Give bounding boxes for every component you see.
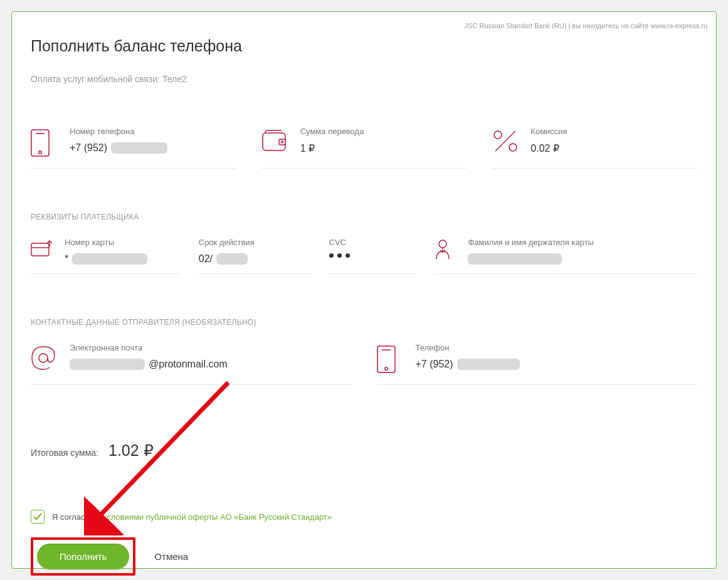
check-icon (33, 513, 42, 520)
contact-section-title: КОНТАКТНЫЕ ДАННЫЕ ОТПРАВИТЕЛЯ (НЕОБЯЗАТЕ… (31, 318, 697, 327)
svg-point-13 (39, 354, 48, 362)
email-redacted (70, 359, 145, 370)
total-row: Итоговая сумма: 1.02 ₽ (31, 441, 697, 460)
fee-value: 0.02 ₽ (530, 142, 697, 154)
phone-label: Номер телефона (70, 127, 236, 136)
email-label: Электронная почта (70, 343, 352, 352)
card-holder-field: Фамилия и имя держателя карты (434, 238, 697, 274)
email-value[interactable]: @protonmail.com (70, 359, 352, 370)
page-title: Пополнить баланс телефона (31, 37, 697, 55)
svg-point-2 (39, 151, 41, 154)
contact-phone-label: Телефон (416, 343, 698, 352)
contact-phone-value[interactable]: +7 (952) (416, 359, 698, 370)
phone-icon (31, 127, 58, 157)
percent-icon (492, 127, 519, 153)
cancel-button[interactable]: Отмена (154, 551, 188, 562)
phone-field: Номер телефона +7 (952) (31, 127, 236, 169)
fee-field: Комиссия 0.02 ₽ (492, 127, 697, 169)
svg-rect-9 (31, 243, 49, 256)
consent-link[interactable]: условиями публичной оферты АО «Банк Русс… (103, 512, 332, 522)
submit-highlight: Пополнить (31, 537, 135, 576)
svg-point-16 (384, 367, 387, 370)
card-expiry-label: Срок действия (199, 238, 312, 247)
amount-label: Сумма перевода (300, 127, 467, 136)
phone-redacted (111, 142, 167, 154)
holder-redacted (468, 253, 562, 265)
payer-row: Номер карты * Срок действия 02/ CVC (31, 238, 697, 274)
transfer-summary-row: Номер телефона +7 (952) Сумма перевода 1… (31, 127, 697, 169)
contact-phone-field: Телефон +7 (952) (377, 343, 698, 385)
email-suffix: @protonmail.com (149, 359, 228, 370)
phone-value[interactable]: +7 (952) (70, 142, 236, 154)
actions-row: Пополнить Отмена (31, 537, 697, 576)
card-number-label: Номер карты (65, 238, 147, 247)
card-redacted (72, 253, 147, 265)
svg-point-7 (509, 144, 517, 151)
wallet-icon (261, 127, 289, 152)
card-expiry-value[interactable]: 02/ (199, 253, 312, 265)
phone-prefix: +7 (952) (70, 142, 107, 154)
site-note: JSC Russian Standart Bank (RU) | вы нахо… (465, 22, 707, 29)
card-holder-label: Фамилия и имя держателя карты (468, 238, 594, 247)
consent-prefix: Я согласен с (52, 512, 103, 522)
svg-point-11 (439, 240, 446, 248)
card-cvc-label: CVC (329, 238, 417, 247)
fee-label: Комиссия (530, 127, 697, 136)
card-icon (31, 238, 55, 265)
svg-rect-4 (279, 139, 285, 145)
total-value: 1.02 ₽ (108, 441, 154, 460)
cvc-dots (329, 253, 350, 258)
expiry-prefix: 02/ (199, 253, 213, 265)
person-icon (434, 238, 458, 265)
consent-row: Я согласен с условиями публичной оферты … (31, 510, 697, 524)
total-label: Итоговая сумма: (31, 448, 98, 458)
card-prefix: * (65, 253, 68, 265)
page-subtitle: Оплата услуг мобильной связи: Теле2 (31, 74, 697, 84)
contact-phone-prefix: +7 (952) (416, 359, 453, 370)
amount-field: Сумма перевода 1 ₽ (261, 127, 467, 169)
card-number-field: Номер карты * (31, 238, 181, 274)
email-field: Электронная почта @protonmail.com (31, 343, 352, 385)
consent-checkbox[interactable] (31, 510, 45, 524)
at-icon (31, 343, 58, 371)
svg-point-6 (494, 131, 502, 139)
payment-form-card: JSC Russian Standart Bank (RU) | вы нахо… (11, 11, 717, 569)
card-cvc-value[interactable] (329, 253, 417, 258)
contact-phone-redacted (457, 359, 520, 370)
expiry-redacted (216, 253, 248, 265)
card-holder-value[interactable] (468, 253, 594, 265)
amount-value[interactable]: 1 ₽ (300, 142, 467, 154)
svg-line-8 (495, 131, 515, 151)
phone-icon-2 (377, 343, 404, 373)
payer-section-title: РЕКВИЗИТЫ ПЛАТЕЛЬЩИКА (31, 213, 697, 221)
card-cvc-field: CVC (329, 238, 417, 274)
submit-button[interactable]: Пополнить (37, 544, 129, 569)
contact-row: Электронная почта @protonmail.com Телефо… (31, 343, 697, 385)
consent-text: Я согласен с условиями публичной оферты … (52, 512, 332, 522)
card-number-value[interactable]: * (65, 253, 147, 265)
card-expiry-field: Срок действия 02/ (199, 238, 312, 274)
